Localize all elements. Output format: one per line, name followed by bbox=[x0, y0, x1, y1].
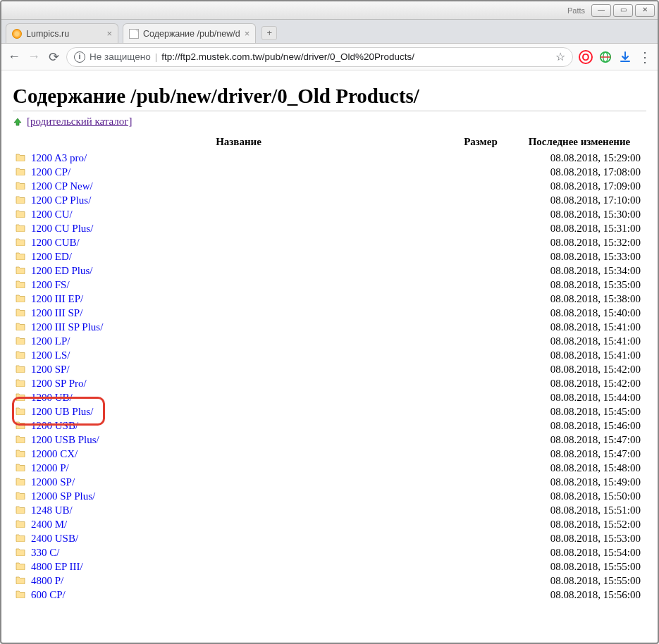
close-button[interactable]: ✕ bbox=[635, 4, 655, 17]
download-icon[interactable] bbox=[618, 50, 632, 64]
dir-link[interactable]: 12000 SP/ bbox=[31, 476, 75, 488]
dir-link[interactable]: 1200 LS/ bbox=[31, 349, 70, 361]
url-text: ftp://ftp2.mustek.com.tw/pub/new/driver/… bbox=[161, 51, 414, 62]
parent-dir-link[interactable]: [родительский каталог] bbox=[27, 116, 133, 128]
globe-ext-icon[interactable] bbox=[598, 50, 612, 64]
modified-cell: 08.08.2018, 15:32:00 bbox=[512, 235, 646, 249]
dir-link[interactable]: 1200 III SP Plus/ bbox=[31, 321, 103, 333]
modified-cell: 08.08.2018, 15:45:00 bbox=[512, 404, 646, 419]
col-modified: Последнее изменение bbox=[512, 133, 646, 151]
dir-link[interactable]: 1200 ED/ bbox=[31, 251, 72, 262]
dir-link[interactable]: 1200 CU/ bbox=[31, 209, 73, 220]
folder-icon bbox=[13, 517, 28, 531]
reload-button[interactable]: ⟳ bbox=[47, 50, 61, 64]
modified-cell: 08.08.2018, 15:40:00 bbox=[512, 306, 646, 320]
table-row: 1200 CP Plus/08.08.2018, 17:10:00 bbox=[13, 193, 646, 207]
dir-link[interactable]: 1200 CUB/ bbox=[31, 237, 80, 248]
table-row: 1200 CP New/08.08.2018, 17:09:00 bbox=[13, 179, 646, 193]
info-icon[interactable]: i bbox=[74, 51, 85, 63]
close-icon[interactable]: × bbox=[245, 28, 250, 39]
modified-cell: 08.08.2018, 15:47:00 bbox=[512, 433, 646, 447]
bookmark-star-icon[interactable]: ☆ bbox=[555, 50, 565, 63]
folder-icon bbox=[13, 179, 28, 193]
folder-icon bbox=[13, 292, 28, 306]
table-row: 1248 UB/08.08.2018, 15:51:00 bbox=[13, 503, 646, 517]
table-row: 1200 SP Pro/08.08.2018, 15:42:00 bbox=[13, 376, 646, 390]
table-row: 4800 P/08.08.2018, 15:55:00 bbox=[13, 574, 646, 588]
modified-cell: 08.08.2018, 17:08:00 bbox=[512, 165, 646, 179]
sun-icon bbox=[12, 29, 22, 39]
dir-link[interactable]: 12000 CX/ bbox=[31, 448, 78, 459]
table-row: 600 CP/08.08.2018, 15:56:00 bbox=[13, 588, 646, 602]
modified-cell: 08.08.2018, 15:42:00 bbox=[512, 376, 646, 390]
file-icon bbox=[129, 29, 139, 39]
dir-link[interactable]: 1200 CP Plus/ bbox=[31, 194, 91, 206]
maximize-button[interactable]: ▭ bbox=[613, 4, 633, 17]
new-tab-button[interactable]: + bbox=[261, 26, 277, 40]
address-bar[interactable]: i Не защищено | ftp://ftp2.mustek.com.tw… bbox=[66, 47, 573, 67]
modified-cell: 08.08.2018, 15:55:00 bbox=[512, 574, 646, 588]
dir-link[interactable]: 1200 ED Plus/ bbox=[31, 265, 93, 276]
dir-link[interactable]: 1200 SP Pro/ bbox=[31, 378, 87, 389]
modified-cell: 08.08.2018, 15:52:00 bbox=[512, 517, 646, 531]
minimize-button[interactable]: — bbox=[591, 4, 611, 17]
dir-link[interactable]: 4800 EP III/ bbox=[31, 561, 83, 572]
menu-button[interactable]: ⋮ bbox=[638, 49, 652, 66]
modified-cell: 08.08.2018, 15:53:00 bbox=[512, 531, 646, 545]
modified-cell: 08.08.2018, 15:49:00 bbox=[512, 475, 646, 489]
folder-icon bbox=[13, 221, 28, 235]
table-row: 1200 SP/08.08.2018, 15:42:00 bbox=[13, 362, 646, 376]
dir-link[interactable]: 2400 USB/ bbox=[31, 533, 78, 544]
dir-link[interactable]: 1200 CP/ bbox=[31, 166, 70, 178]
dir-link[interactable]: 12000 SP Plus/ bbox=[31, 490, 95, 502]
table-row: 12000 P/08.08.2018, 15:48:00 bbox=[13, 461, 646, 475]
table-row: 12000 SP/08.08.2018, 15:49:00 bbox=[13, 475, 646, 489]
window-controls: Patts — ▭ ✕ bbox=[567, 4, 655, 17]
folder-icon bbox=[13, 249, 28, 264]
dir-link[interactable]: 1200 LP/ bbox=[31, 335, 70, 347]
page-heading: Содержание /pub/new/driver/0_Old Product… bbox=[13, 85, 646, 108]
forward-button[interactable]: → bbox=[27, 50, 41, 64]
page-viewport[interactable]: Содержание /pub/new/driver/0_Old Product… bbox=[3, 70, 656, 641]
close-icon[interactable]: × bbox=[106, 28, 112, 39]
window-titlebar: Patts — ▭ ✕ bbox=[1, 1, 658, 20]
dir-link[interactable]: 600 CP/ bbox=[31, 589, 66, 600]
dir-link[interactable]: 1200 III SP/ bbox=[31, 307, 82, 318]
tab-lumpics[interactable]: Lumpics.ru × bbox=[6, 23, 118, 43]
folder-icon bbox=[13, 306, 28, 320]
modified-cell: 08.08.2018, 15:29:00 bbox=[512, 151, 646, 165]
dir-link[interactable]: 1200 FS/ bbox=[31, 279, 70, 290]
folder-icon bbox=[13, 588, 28, 602]
dir-link[interactable]: 1200 CU Plus/ bbox=[31, 223, 93, 234]
dir-link[interactable]: 1200 CP New/ bbox=[31, 180, 93, 192]
parent-dir-row: [родительский каталог] bbox=[13, 116, 646, 128]
modified-cell: 08.08.2018, 15:44:00 bbox=[512, 390, 646, 404]
table-row: 2400 USB/08.08.2018, 15:53:00 bbox=[13, 531, 646, 545]
dir-link[interactable]: 1200 SP/ bbox=[31, 364, 70, 375]
modified-cell: 08.08.2018, 15:42:00 bbox=[512, 362, 646, 376]
separator: | bbox=[155, 51, 158, 62]
back-button[interactable]: ← bbox=[7, 50, 21, 64]
modified-cell: 08.08.2018, 15:41:00 bbox=[512, 320, 646, 334]
opera-ext-icon[interactable]: O bbox=[579, 50, 593, 64]
dir-link[interactable]: 1200 A3 pro/ bbox=[31, 152, 87, 163]
dir-link[interactable]: 1248 UB/ bbox=[31, 504, 73, 516]
dir-link[interactable]: 1200 USB Plus/ bbox=[31, 434, 99, 445]
dir-link[interactable]: 330 C/ bbox=[31, 547, 59, 558]
dir-link[interactable]: 4800 P/ bbox=[31, 575, 63, 586]
folder-icon bbox=[13, 489, 28, 503]
folder-icon bbox=[13, 574, 28, 588]
dir-link[interactable]: 2400 M/ bbox=[31, 519, 67, 530]
folder-icon bbox=[13, 362, 28, 376]
tab-ftp-listing[interactable]: Содержание /pub/new/d × bbox=[123, 23, 256, 43]
table-row: 1200 CP/08.08.2018, 17:08:00 bbox=[13, 165, 646, 179]
tab-label: Lumpics.ru bbox=[26, 29, 69, 39]
tab-label: Содержание /pub/new/d bbox=[143, 29, 240, 39]
highlight-annotation bbox=[12, 397, 105, 426]
table-row: 12000 SP Plus/08.08.2018, 15:50:00 bbox=[13, 489, 646, 503]
col-name: Название bbox=[28, 133, 449, 151]
modified-cell: 08.08.2018, 15:34:00 bbox=[512, 264, 646, 278]
folder-icon bbox=[13, 461, 28, 475]
dir-link[interactable]: 1200 III EP/ bbox=[31, 293, 83, 304]
dir-link[interactable]: 12000 P/ bbox=[31, 462, 69, 473]
